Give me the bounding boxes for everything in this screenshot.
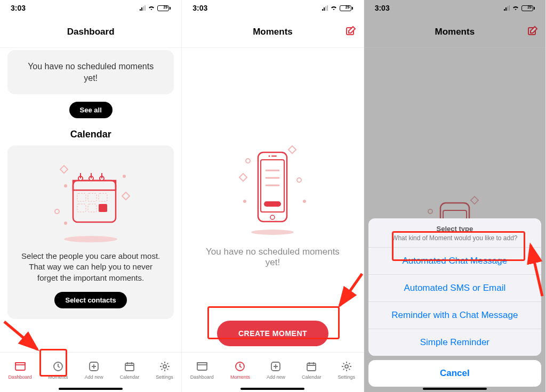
svg-rect-22 — [15, 363, 25, 365]
tab-label: Settings — [338, 374, 356, 380]
empty-moments-text: You have no scheduled moments yet! — [28, 62, 154, 83]
svg-rect-15 — [60, 166, 68, 173]
svg-point-32 — [270, 215, 275, 219]
svg-rect-14 — [99, 204, 107, 212]
sheet-subtitle: What kind of Moment would you like to ad… — [379, 234, 531, 242]
svg-point-29 — [251, 230, 294, 235]
action-sheet: Select type What kind of Moment would yo… — [368, 218, 541, 356]
moments-empty-text: You have no scheduled moments yet! — [198, 247, 347, 268]
tab-add-new[interactable]: Add new — [85, 360, 103, 380]
page-title: Dashboard — [67, 27, 115, 37]
tab-label: Dashboard — [190, 374, 214, 380]
svg-point-17 — [55, 209, 59, 214]
tab-label: Dashboard — [9, 374, 32, 380]
svg-rect-46 — [197, 363, 207, 365]
empty-moments-card: You have no scheduled moments yet! — [7, 50, 174, 94]
svg-point-0 — [64, 236, 117, 242]
status-time: 3:03 — [11, 4, 26, 12]
tab-calendar[interactable]: Calendar — [120, 360, 140, 380]
dashboard-icon — [13, 360, 27, 373]
svg-rect-49 — [307, 363, 316, 371]
svg-rect-40 — [288, 145, 296, 153]
tab-calendar[interactable]: Calendar — [302, 360, 322, 380]
svg-rect-16 — [122, 192, 130, 200]
calendar-icon — [304, 360, 318, 373]
gear-icon — [340, 360, 354, 373]
calendar-section-title: Calendar — [0, 129, 181, 140]
svg-point-50 — [345, 365, 348, 368]
tab-moments[interactable]: Moments — [230, 360, 250, 380]
home-indicator[interactable] — [240, 388, 304, 390]
option-simple-reminder[interactable]: Simple Reminder — [368, 329, 541, 356]
svg-rect-39 — [239, 173, 247, 181]
option-automated-sms-email[interactable]: Automated SMS or Email — [368, 274, 541, 301]
svg-point-41 — [297, 178, 301, 182]
tab-settings[interactable]: Settings — [338, 360, 356, 380]
cellular-icon — [322, 5, 328, 11]
see-all-button[interactable]: See all — [69, 102, 113, 118]
home-indicator[interactable] — [59, 388, 123, 390]
svg-rect-45 — [197, 363, 207, 370]
tab-dashboard[interactable]: Dashboard — [190, 360, 214, 380]
svg-point-42 — [246, 159, 250, 163]
navbar: Moments — [182, 16, 363, 48]
clock-icon — [233, 360, 247, 373]
tab-settings[interactable]: Settings — [156, 360, 173, 380]
option-automated-chat[interactable]: Automated Chat Message — [368, 247, 541, 274]
cancel-button[interactable]: Cancel — [368, 360, 541, 387]
plus-icon — [87, 360, 101, 373]
dashboard-content: You have no scheduled moments yet! See a… — [0, 48, 181, 352]
tab-label: Add new — [85, 374, 103, 380]
phone-illustration — [219, 145, 326, 236]
svg-rect-30 — [258, 152, 287, 222]
svg-rect-13 — [88, 204, 97, 212]
select-contacts-button[interactable]: Select contacts — [54, 292, 126, 308]
svg-rect-12 — [77, 204, 86, 212]
svg-rect-9 — [77, 193, 86, 201]
calendar-illustration — [18, 155, 163, 246]
battery-icon: 29 — [340, 5, 353, 11]
calendar-empty-description: Select the people you care about most. T… — [18, 251, 163, 283]
svg-rect-2 — [73, 181, 116, 190]
gear-icon — [158, 360, 172, 373]
svg-point-18 — [64, 222, 67, 225]
tab-label: Add new — [267, 374, 285, 380]
svg-rect-38 — [264, 201, 281, 207]
status-right: 29 — [140, 4, 171, 12]
svg-rect-10 — [88, 193, 97, 201]
screenshot-moments-sheet: 3:03 29 Moments — [364, 0, 546, 392]
status-right: 29 — [322, 4, 353, 12]
create-moment-button[interactable]: CREATE MOMENT — [217, 321, 328, 346]
sheet-title: Select type — [379, 225, 531, 233]
svg-rect-34 — [271, 156, 277, 157]
tab-label: Moments — [49, 374, 68, 380]
svg-point-26 — [163, 365, 166, 368]
plus-icon — [269, 360, 283, 373]
screenshot-dashboard: 3:03 29 Dashboard You have no scheduled … — [0, 0, 182, 392]
wifi-icon — [148, 4, 155, 12]
tab-add-new[interactable]: Add new — [267, 360, 285, 380]
moments-content: You have no scheduled moments yet! CREAT… — [182, 48, 363, 352]
clock-icon — [51, 360, 65, 373]
tab-bar: Dashboard Moments Add new Calendar Setti… — [182, 352, 363, 392]
svg-point-33 — [269, 155, 270, 157]
option-reminder-chat[interactable]: Reminder with a Chat Message — [368, 301, 541, 329]
svg-rect-25 — [125, 363, 134, 371]
tab-label: Settings — [156, 374, 173, 380]
cellular-icon — [140, 5, 146, 11]
screenshot-moments-empty: 3:03 29 Moments — [182, 0, 364, 392]
tab-label: Calendar — [120, 374, 140, 380]
status-bar: 3:03 29 — [0, 0, 181, 16]
calendar-icon — [123, 360, 136, 373]
tab-moments[interactable]: Moments — [49, 360, 68, 380]
svg-rect-11 — [99, 193, 107, 201]
tab-dashboard[interactable]: Dashboard — [9, 360, 32, 380]
page-title: Moments — [253, 27, 293, 37]
battery-icon: 29 — [157, 5, 171, 11]
action-sheet-overlay[interactable]: Select type What kind of Moment would yo… — [364, 0, 545, 392]
svg-point-43 — [303, 200, 306, 203]
svg-point-44 — [243, 200, 246, 203]
dashboard-icon — [195, 360, 209, 373]
tab-label: Calendar — [302, 374, 322, 380]
compose-icon[interactable] — [346, 26, 356, 38]
